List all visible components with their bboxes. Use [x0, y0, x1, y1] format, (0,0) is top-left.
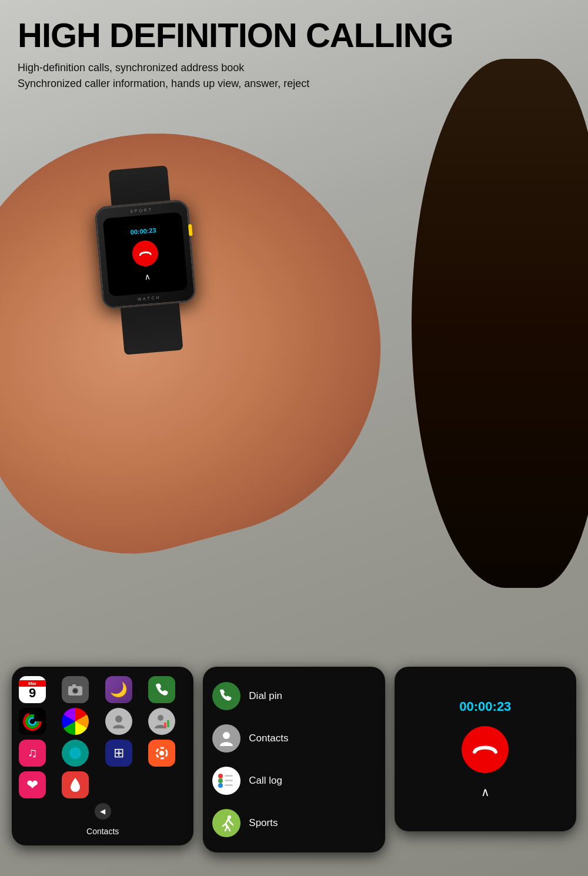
app-grid-content: Mar 9 🌙 [12, 667, 193, 845]
watch-on-wrist: 00:00:23 ∧ [91, 164, 201, 357]
watch-strap-top [108, 165, 170, 205]
menu-item-sports[interactable]: Sports [203, 802, 385, 844]
contacts-icon [212, 724, 240, 753]
menu-label-dial-pin: Dial pin [249, 690, 282, 702]
call-screen-content: 00:00:23 ∧ [395, 667, 576, 831]
heart-symbol: ❤ [26, 777, 38, 793]
call-log-svg [217, 771, 236, 790]
run-icon [218, 814, 235, 832]
bottom-screens: Mar 9 🌙 [12, 667, 576, 852]
app-icon-camera[interactable] [62, 676, 89, 703]
hair-photo [412, 59, 588, 588]
settings-icon [154, 745, 169, 761]
app-icon-user-left[interactable] [105, 708, 132, 735]
subtitle-line2: Synchronized caller information, hands u… [18, 78, 309, 89]
watch-body: 00:00:23 ∧ [94, 199, 197, 309]
sports-icon [212, 809, 240, 837]
menu-label-call-log: Call log [249, 775, 282, 787]
dial-pin-icon [212, 682, 240, 710]
water-drop-icon [69, 777, 81, 793]
app-grid-screen: Mar 9 🌙 [12, 667, 193, 845]
menu-item-call-log[interactable]: Call log [203, 760, 385, 802]
svg-rect-19 [225, 775, 233, 777]
menu-item-dial-pin[interactable]: Dial pin [203, 675, 385, 717]
menu-item-contacts[interactable]: Contacts [203, 717, 385, 760]
app-icon-activity[interactable] [62, 708, 89, 735]
app-icon-teal[interactable] [62, 740, 89, 767]
user-left-icon [111, 713, 127, 730]
call-end-phone-icon [472, 744, 498, 755]
menu-label-sports: Sports [249, 817, 278, 829]
svg-point-8 [158, 715, 163, 721]
top-section: HIGH DEFINITION CALLING High-definition … [0, 0, 588, 92]
call-timer: 00:00:23 [459, 699, 511, 714]
camera-icon [68, 683, 83, 696]
app-icon-music[interactable]: ♫ [19, 740, 46, 767]
moon-symbol: 🌙 [110, 681, 128, 698]
app-icon-user-stats[interactable] [148, 708, 175, 735]
watch-end-call-button[interactable] [131, 239, 159, 268]
call-log-icon [212, 767, 240, 795]
svg-point-12 [72, 750, 78, 756]
svg-point-17 [218, 778, 223, 783]
page-title: HIGH DEFINITION CALLING [18, 16, 570, 54]
phone-icon [154, 682, 169, 697]
svg-point-7 [115, 715, 122, 723]
svg-rect-3 [72, 684, 76, 687]
svg-point-6 [29, 718, 36, 725]
app-icon-calculator[interactable]: ⊞ [105, 740, 132, 767]
phone-green-icon [218, 688, 235, 704]
menu-label-contacts: Contacts [249, 733, 288, 744]
nav-row: ◀ [19, 803, 186, 820]
app-icon-heart[interactable]: ❤ [19, 771, 46, 798]
watch-timer: 00:00:23 [130, 226, 156, 236]
app-icon-settings[interactable] [148, 740, 175, 767]
person-icon [218, 730, 235, 747]
svg-point-18 [218, 783, 223, 788]
menu-list-screen: Dial pin Contacts [203, 667, 385, 852]
user-stats-icon [152, 712, 171, 731]
phone-end-icon [139, 250, 152, 257]
app-icon-water[interactable] [62, 771, 89, 798]
call-end-button[interactable] [462, 726, 509, 773]
subtitle-line1: High-definition calls, synchronized addr… [18, 62, 244, 73]
svg-rect-10 [167, 720, 169, 727]
svg-point-2 [74, 689, 77, 693]
watch-screen: 00:00:23 ∧ [103, 212, 188, 296]
subtitle: High-definition calls, synchronized addr… [18, 60, 570, 92]
app-icon-moon[interactable]: 🌙 [105, 676, 132, 703]
call-chevron: ∧ [481, 785, 490, 799]
watch-chevron: ∧ [144, 272, 151, 282]
app-icon-phone[interactable] [148, 676, 175, 703]
nav-arrow-left[interactable]: ◀ [95, 803, 111, 820]
call-screen-card: 00:00:23 ∧ [395, 667, 576, 831]
svg-rect-9 [164, 723, 166, 727]
watch-strap-bottom [121, 303, 183, 355]
calculator-symbol: ⊞ [113, 745, 124, 761]
svg-point-13 [159, 751, 164, 755]
calendar-day: 9 [29, 687, 36, 700]
svg-rect-20 [225, 780, 233, 781]
app-grid: Mar 9 🌙 [19, 676, 186, 798]
music-symbol: ♫ [28, 745, 38, 761]
svg-point-15 [223, 732, 230, 739]
svg-point-16 [218, 774, 223, 778]
app-icon-calendar[interactable]: Mar 9 [19, 676, 46, 703]
teal-app-icon [67, 745, 83, 761]
contacts-label: Contacts [19, 822, 186, 841]
fitness-ring-icon [22, 711, 43, 732]
app-icon-fitness[interactable] [19, 708, 46, 735]
svg-rect-21 [225, 784, 233, 786]
menu-content: Dial pin Contacts [203, 667, 385, 852]
